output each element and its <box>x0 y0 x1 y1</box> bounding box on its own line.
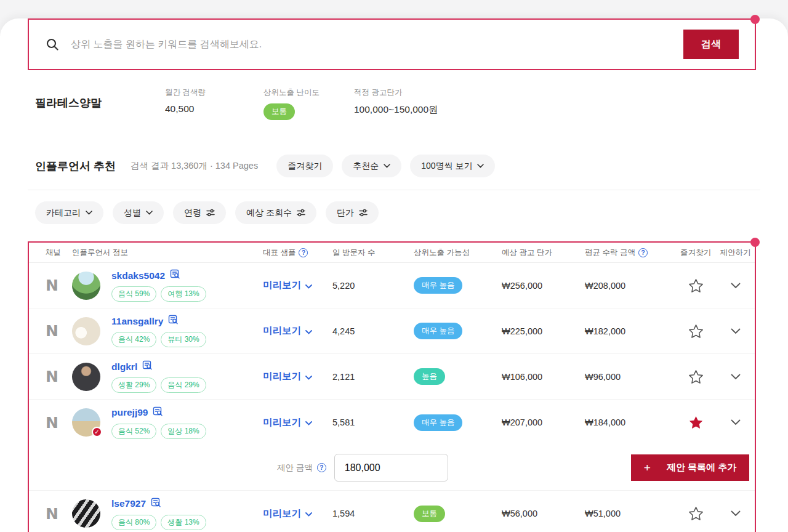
preview-button[interactable]: 미리보기 <box>263 507 332 520</box>
favorite-star-button[interactable] <box>674 369 717 384</box>
expand-row-button[interactable] <box>717 328 754 334</box>
stat-value: 100,000~150,000원 <box>354 103 438 116</box>
estimated-ad-price: ₩56,000 <box>502 509 585 518</box>
daily-visitors: 5,581 <box>332 417 414 427</box>
favorites-filter-button[interactable]: 즐겨찾기 <box>276 155 333 177</box>
influencer-info-cell: ✓ purejj99 음식 52%일상 18% <box>72 406 263 439</box>
column-header: 채널 <box>29 248 72 258</box>
sliders-icon <box>297 209 305 217</box>
chevron-down-icon <box>305 326 312 337</box>
blog-search-icon[interactable] <box>153 406 163 419</box>
naver-channel-icon: N <box>29 414 72 432</box>
filter-chip[interactable]: 성별 <box>113 201 164 224</box>
favorite-star-button[interactable] <box>674 278 717 293</box>
help-icon[interactable]: ? <box>317 463 326 472</box>
blog-search-icon[interactable] <box>151 498 161 510</box>
stat-value: 40,500 <box>165 103 263 115</box>
influencer-table: 채널인플루언서 정보대표 샘플?일 방문자 수상위노출 가능성예상 광고 단가평… <box>28 241 756 532</box>
filter-chip[interactable]: 연령 <box>173 201 226 224</box>
help-icon[interactable]: ? <box>299 248 308 257</box>
section-header: 인플루언서 추천 검색 결과 13,360개 · 134 Pages 즐겨찾기 … <box>35 155 753 177</box>
naver-channel-icon: N <box>29 505 72 523</box>
column-header: 대표 샘플? <box>263 248 332 258</box>
search-button[interactable]: 검색 <box>683 30 739 59</box>
column-header: 일 방문자 수 <box>332 248 414 258</box>
filter-chip[interactable]: 예상 조회수 <box>235 201 316 224</box>
search-icon <box>45 37 60 52</box>
avatar: ✓ <box>72 272 100 300</box>
sort-dropdown[interactable]: 추천순 <box>342 155 401 177</box>
exposure-badge: 보통 <box>414 506 445 522</box>
estimated-ad-price: ₩256,000 <box>502 281 585 291</box>
category-tag: 생활 13% <box>161 515 206 530</box>
chevron-down-icon <box>305 417 312 428</box>
category-tags: 음식 80%생활 13% <box>111 515 206 530</box>
page-size-dropdown[interactable]: 100명씩 보기 <box>410 155 495 177</box>
preview-label: 미리보기 <box>263 507 301 520</box>
filter-chip-label: 단가 <box>337 208 354 219</box>
result-count: 검색 결과 13,360개 · 134 Pages <box>131 160 258 172</box>
average-accept-price: ₩184,000 <box>585 417 674 427</box>
average-accept-price: ₩51,000 <box>585 509 674 518</box>
preview-button[interactable]: 미리보기 <box>263 324 332 337</box>
estimated-ad-price: ₩106,000 <box>502 372 585 382</box>
difficulty-badge: 보통 <box>263 103 295 120</box>
username-link[interactable]: dlgkrl <box>111 361 137 373</box>
filter-chip[interactable]: 단가 <box>326 201 379 224</box>
daily-visitors: 2,121 <box>332 372 414 382</box>
table-row: N ✓ skdaks5042 음식 59%여행 13% 미리보기 <box>29 263 755 308</box>
exposure-badge: 매우 높음 <box>414 414 462 431</box>
category-tag: 일상 18% <box>161 424 206 439</box>
expand-row-button[interactable] <box>717 374 754 380</box>
favorites-filter-label: 즐겨찾기 <box>287 161 322 172</box>
chevron-down-icon <box>305 508 312 519</box>
blog-search-icon[interactable] <box>170 269 180 282</box>
sliders-icon <box>206 209 215 217</box>
help-icon[interactable]: ? <box>638 248 648 257</box>
preview-label: 미리보기 <box>263 370 301 383</box>
main-card: 검색 필라테스양말 월간 검색량 40,500 상위노출 난이도 보통 적정 광… <box>0 18 788 532</box>
star-outline-icon <box>688 324 704 339</box>
username-link[interactable]: 11ansgallry <box>111 316 163 327</box>
table-row: N ✓ 11ansgallry 음식 42%뷰티 30% 미리보기 <box>29 308 755 354</box>
favorite-star-button[interactable] <box>674 415 717 430</box>
chevron-down-icon <box>86 211 92 215</box>
add-to-proposal-list-button[interactable]: + 제안 목록에 추가 <box>631 454 749 481</box>
preview-button[interactable]: 미리보기 <box>263 370 332 383</box>
blog-search-icon[interactable] <box>168 315 179 328</box>
preview-button[interactable]: 미리보기 <box>263 279 332 292</box>
preview-label: 미리보기 <box>263 416 301 429</box>
daily-visitors: 5,220 <box>332 281 414 291</box>
sliders-icon <box>359 209 368 217</box>
preview-label: 미리보기 <box>263 324 301 337</box>
column-header: 상위노출 가능성 <box>414 248 502 258</box>
filter-chip[interactable]: 카테고리 <box>35 201 103 224</box>
blog-search-icon[interactable] <box>142 360 153 373</box>
username-link[interactable]: skdaks5042 <box>111 270 165 281</box>
star-outline-icon <box>688 506 704 521</box>
category-tags: 음식 59%여행 13% <box>111 286 206 302</box>
stat-monthly-search: 월간 검색량 40,500 <box>165 87 263 115</box>
username-link[interactable]: lse7927 <box>111 498 146 509</box>
section-title: 인플루언서 추천 <box>35 159 116 174</box>
stat-label: 적정 광고단가 <box>354 87 438 98</box>
category-tags: 음식 42%뷰티 30% <box>111 332 206 347</box>
preview-button[interactable]: 미리보기 <box>263 416 332 429</box>
expand-row-button[interactable] <box>717 283 754 289</box>
search-input[interactable] <box>71 39 683 50</box>
favorite-star-button[interactable] <box>674 324 717 339</box>
table-row: N ✓ lse7927 음식 80%생활 13% 미리보기 <box>29 491 755 532</box>
expand-row-button[interactable] <box>717 419 754 425</box>
average-accept-price: ₩96,000 <box>585 372 674 382</box>
filter-bar: 카테고리성별연령예상 조회수단가 <box>35 201 753 224</box>
filter-chip-label: 예상 조회수 <box>246 208 292 219</box>
username-link[interactable]: purejj99 <box>111 407 148 418</box>
favorite-star-button[interactable] <box>674 506 717 521</box>
exposure-badge: 매우 높음 <box>414 277 462 294</box>
proposal-amount-input[interactable] <box>334 454 448 482</box>
influencer-info-cell: ✓ lse7927 음식 80%생활 13% <box>72 498 263 530</box>
expand-row-button[interactable] <box>717 510 754 517</box>
star-outline-icon <box>688 369 704 384</box>
selected-check-icon: ✓ <box>92 427 102 437</box>
filter-chip-label: 연령 <box>184 208 201 219</box>
